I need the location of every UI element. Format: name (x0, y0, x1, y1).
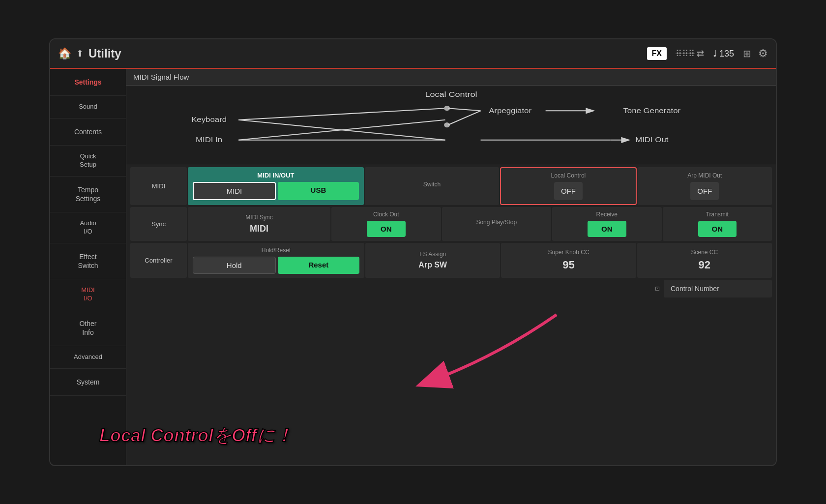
sidebar-item-advanced[interactable]: Advanced (50, 346, 126, 369)
svg-line-8 (238, 108, 445, 120)
fs-assign-value[interactable]: Arp SW (418, 261, 447, 269)
super-knob-cc-value[interactable]: 95 (562, 259, 574, 271)
midi-sync-cell: MIDI Sync MIDI (188, 207, 330, 241)
svg-line-14 (448, 108, 480, 111)
sidebar-item-tempo-settings[interactable]: TempoSettings (50, 177, 126, 212)
sidebar-item-system[interactable]: System (50, 369, 126, 396)
section-title: MIDI Signal Flow (126, 69, 776, 86)
midi-inout-cell: MIDI IN/OUT MIDI USB (188, 167, 364, 205)
sidebar-item-settings[interactable]: Settings (50, 69, 126, 96)
fs-assign-label: FS Assign (419, 251, 446, 258)
local-control-cell[interactable]: Local Control OFF (500, 167, 636, 205)
transmit-cell: Transmit ON (663, 207, 772, 241)
sidebar-item-other-info[interactable]: OtherInfo (50, 310, 126, 346)
receive-cell: Receive ON (552, 207, 662, 241)
transmit-value[interactable]: ON (698, 221, 737, 237)
clock-out-cell: Clock Out ON (331, 207, 441, 241)
arp-midi-out-cell: Arp MIDI Out OFF (638, 167, 772, 205)
reset-button[interactable]: Reset (278, 257, 360, 274)
arp-midi-out-value[interactable]: OFF (690, 182, 719, 200)
sidebar: Settings Sound Contents QuickSetup Tempo… (50, 69, 126, 465)
sidebar-item-midi-io[interactable]: MIDII/O (50, 279, 126, 310)
home-icon[interactable]: 🏠 (58, 47, 71, 60)
switch-label: Switch (423, 181, 441, 188)
hold-reset-cell: Hold/Reset Hold Reset (188, 243, 364, 278)
fx-button[interactable]: FX (647, 47, 667, 60)
sync-row-label: Sync (130, 207, 187, 241)
arp-midi-out-label: Arp MIDI Out (687, 172, 722, 179)
midi-sync-label: MIDI Sync (245, 214, 272, 221)
bottom-row: ⊡ Control Number (126, 279, 776, 300)
main-layout: Settings Sound Contents QuickSetup Tempo… (50, 69, 776, 465)
signal-flow-svg: Local Control Keyboard Arpeggiator Tone … (126, 86, 776, 164)
svg-text:MIDI In: MIDI In (196, 136, 222, 144)
scene-cc-label: Scene CC (691, 249, 718, 256)
sidebar-item-sound[interactable]: Sound (50, 96, 126, 119)
scene-cc-value[interactable]: 92 (699, 259, 710, 271)
scene-cc-cell: Scene CC 92 (637, 243, 772, 278)
controller-row-label: Controller (130, 243, 187, 278)
sidebar-item-quick-setup[interactable]: QuickSetup (50, 146, 126, 177)
annotation-text: Local ControlをOffに！ (99, 424, 293, 448)
usb-button[interactable]: USB (278, 182, 359, 200)
fs-assign-cell: FS Assign Arp SW (365, 243, 500, 278)
midi-usb-btn-row: MIDI USB (193, 182, 359, 200)
grid-icon: ⊞ (743, 48, 751, 59)
receive-label: Receive (596, 211, 618, 218)
receive-value[interactable]: ON (588, 221, 626, 237)
hold-reset-btn-row: Hold Reset (193, 257, 359, 274)
sidebar-item-contents[interactable]: Contents (50, 119, 126, 146)
svg-line-15 (448, 111, 480, 125)
controls-row3: Controller Hold/Reset Hold Reset FS Assi… (126, 242, 776, 279)
hold-reset-label: Hold/Reset (262, 247, 291, 254)
page-title: Utility (88, 47, 121, 60)
signal-flow-diagram: Local Control Keyboard Arpeggiator Tone … (126, 86, 776, 164)
song-play-stop-label: Song Play/Stop (476, 219, 517, 226)
switch-cell: Switch (365, 167, 499, 205)
svg-text:Arpeggiator: Arpeggiator (489, 107, 531, 115)
local-control-value[interactable]: OFF (554, 182, 583, 200)
hold-button[interactable]: Hold (193, 257, 276, 274)
controls-row2: Sync MIDI Sync MIDI Clock Out ON Song Pl… (126, 206, 776, 242)
midi-row-label: MIDI (130, 167, 187, 205)
expand-icon: ⊡ (655, 280, 660, 297)
midi-sync-value[interactable]: MIDI (250, 224, 268, 234)
svg-text:Keyboard: Keyboard (191, 115, 227, 123)
midi-button[interactable]: MIDI (193, 182, 276, 200)
tempo-display: ♩ 135 (713, 48, 734, 59)
super-knob-cc-cell: Super Knob CC 95 (501, 243, 636, 278)
control-number-label: Control Number (671, 285, 719, 293)
back-icon[interactable]: ⬆ (76, 48, 84, 59)
svg-text:MIDI Out: MIDI Out (635, 136, 669, 144)
sidebar-item-audio-io[interactable]: AudioI/O (50, 212, 126, 243)
clock-out-label: Clock Out (373, 211, 399, 218)
song-play-stop-cell: Song Play/Stop (442, 207, 552, 241)
midi-inout-label: MIDI IN/OUT (257, 172, 294, 179)
content-area: MIDI Signal Flow Local Control Keyboard … (126, 69, 776, 465)
local-control-label: Local Control (551, 172, 586, 179)
topbar: 🏠 ⬆ Utility FX ⠿⠿⠿ ⇄ ♩ 135 ⊞ ⚙ (50, 39, 776, 69)
clock-out-value[interactable]: ON (367, 221, 406, 237)
usb-icon: ⇄ (697, 48, 704, 59)
midi-icon: ⠿⠿⠿ (676, 48, 695, 59)
sidebar-item-effect-switch[interactable]: EffectSwitch (50, 243, 126, 279)
control-number-cell: Control Number (664, 280, 772, 297)
svg-text:Local Control: Local Control (425, 89, 477, 98)
controls-row1: MIDI MIDI IN/OUT MIDI USB Switch Local C… (126, 164, 776, 206)
svg-text:Tone Generator: Tone Generator (623, 107, 680, 115)
super-knob-cc-label: Super Knob CC (548, 249, 590, 256)
settings-icon[interactable]: ⚙ (758, 47, 768, 60)
transmit-label: Transmit (706, 211, 729, 218)
